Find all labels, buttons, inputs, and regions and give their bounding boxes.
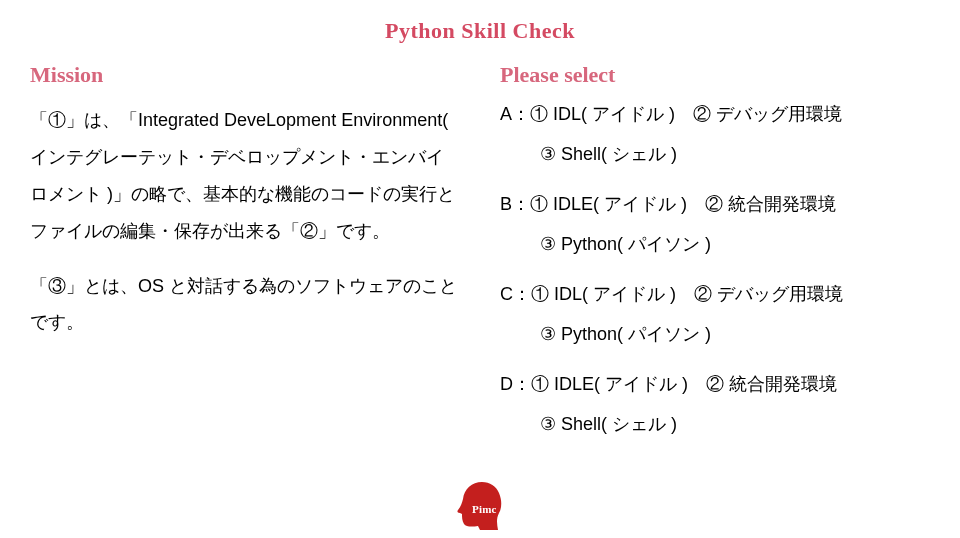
mission-paragraph-1: 「①」は、「Integrated DeveLopment Environment… xyxy=(30,102,460,250)
option-b[interactable]: B：① IDLE( アイドル ) ② 統合開発環境 ③ Python( パイソン… xyxy=(500,192,930,256)
logo-text: Pimc xyxy=(472,503,497,515)
option-c-line2: ③ Python( パイソン ) xyxy=(500,322,930,346)
footer: Pimc xyxy=(0,480,960,532)
mission-heading: Mission xyxy=(30,62,460,88)
select-heading: Please select xyxy=(500,62,930,88)
options-list: A：① IDL( アイドル ) ② デバッグ用環境 ③ Shell( シェル )… xyxy=(500,102,930,436)
option-a[interactable]: A：① IDL( アイドル ) ② デバッグ用環境 ③ Shell( シェル ) xyxy=(500,102,930,166)
mission-paragraph-2: 「③」とは、OS と対話する為のソフトウェアのことです。 xyxy=(30,268,460,342)
option-c-line1: C：① IDL( アイドル ) ② デバッグ用環境 xyxy=(500,282,930,306)
mission-column: Mission 「①」は、「Integrated DeveLopment Env… xyxy=(30,62,460,436)
option-b-line1: B：① IDLE( アイドル ) ② 統合開発環境 xyxy=(500,192,930,216)
page-title: Python Skill Check xyxy=(0,0,960,44)
select-column: Please select A：① IDL( アイドル ) ② デバッグ用環境 … xyxy=(500,62,930,436)
logo: Pimc xyxy=(450,480,510,532)
option-b-line2: ③ Python( パイソン ) xyxy=(500,232,930,256)
option-c[interactable]: C：① IDL( アイドル ) ② デバッグ用環境 ③ Python( パイソン… xyxy=(500,282,930,346)
option-d[interactable]: D：① IDLE( アイドル ) ② 統合開発環境 ③ Shell( シェル ) xyxy=(500,372,930,436)
content-columns: Mission 「①」は、「Integrated DeveLopment Env… xyxy=(0,44,960,436)
option-a-line2: ③ Shell( シェル ) xyxy=(500,142,930,166)
option-a-line1: A：① IDL( アイドル ) ② デバッグ用環境 xyxy=(500,102,930,126)
mission-text: 「①」は、「Integrated DeveLopment Environment… xyxy=(30,102,460,341)
option-d-line2: ③ Shell( シェル ) xyxy=(500,412,930,436)
option-d-line1: D：① IDLE( アイドル ) ② 統合開発環境 xyxy=(500,372,930,396)
